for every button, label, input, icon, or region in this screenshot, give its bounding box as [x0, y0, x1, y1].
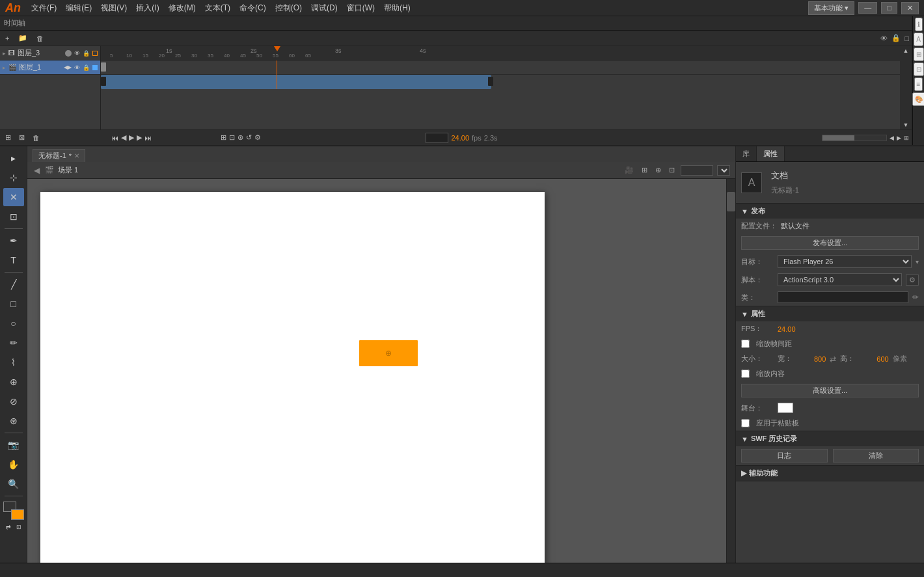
minimize-btn[interactable]: — — [858, 2, 877, 14]
menu-control[interactable]: 控制(O) — [271, 1, 306, 15]
zoom-in-btn[interactable]: ▶ — [897, 135, 901, 141]
stage-camera-btn[interactable]: 🎥 — [623, 165, 636, 175]
scale-content-checkbox[interactable] — [741, 369, 750, 378]
stage-snap-btn[interactable]: ⊞ — [640, 165, 649, 175]
camera-tool[interactable]: 📷 — [3, 436, 24, 454]
loop-btn[interactable]: ↺ — [246, 133, 252, 142]
fit-timeline-btn[interactable]: ⊞ — [904, 135, 909, 141]
close-btn[interactable]: ✕ — [901, 2, 919, 14]
menu-window[interactable]: 窗口(W) — [343, 1, 379, 15]
timeline-scroll-down[interactable]: ▼ — [901, 120, 912, 129]
tween-add-btn[interactable]: ⊞ — [3, 132, 14, 143]
select-tool[interactable]: ▸ — [3, 149, 24, 167]
stage-vscroll[interactable] — [726, 179, 735, 563]
workspace-switcher[interactable]: 基本功能 ▾ — [808, 1, 854, 15]
zoom-out-btn[interactable]: ◀ — [890, 135, 894, 141]
play-next-btn[interactable]: ▶ — [137, 133, 142, 142]
align-icon-btn[interactable]: ≡ — [914, 77, 923, 91]
pencil-tool[interactable]: ✏ — [3, 334, 24, 352]
swap-colors-btn[interactable]: ⇄ — [4, 522, 13, 531]
scale-frames-checkbox[interactable] — [741, 340, 750, 348]
advanced-settings-btn[interactable]: 高级设置... — [741, 384, 919, 397]
play-prev-btn[interactable]: ◀ — [121, 133, 126, 142]
stage-color-swatch[interactable] — [778, 403, 793, 413]
play-last-btn[interactable]: ⏭ — [144, 134, 152, 142]
target-dropdown[interactable]: Flash Player 26 — [778, 255, 912, 268]
subselect-tool[interactable]: ⊹ — [3, 168, 24, 187]
zoom-select[interactable]: ▾ — [717, 165, 730, 176]
default-colors-btn[interactable]: ⊡ — [14, 522, 23, 531]
layer-row-1[interactable]: ▸ 🎬 图层_1 ◀▶ 👁 🔒 — [0, 60, 100, 75]
grid-icon-btn[interactable]: ⊞ — [914, 47, 924, 61]
new-folder-btn[interactable]: 📁 — [16, 33, 30, 44]
menu-insert[interactable]: 插入(I) — [132, 1, 163, 15]
menu-command[interactable]: 命令(C) — [236, 1, 270, 15]
eraser-tool[interactable]: ⊛ — [3, 412, 24, 430]
paint-bucket-tool[interactable]: ⊕ — [3, 373, 24, 391]
menu-modify[interactable]: 修改(M) — [165, 1, 200, 15]
menu-debug[interactable]: 调试(D) — [307, 1, 342, 15]
layer1-frames[interactable] — [101, 75, 900, 89]
frame-number-input[interactable]: 57 — [426, 133, 448, 143]
onion-skin-btn[interactable]: ⊞ — [221, 133, 226, 142]
layer3-frames[interactable] — [101, 60, 900, 75]
line-tool[interactable]: ╱ — [3, 275, 24, 293]
tab-library[interactable]: 库 — [736, 146, 757, 161]
delete-frame-btn[interactable]: 🗑 — [30, 133, 42, 143]
layer-row-3[interactable]: ▸ 🎞 图层_3 👁 🔒 — [0, 46, 100, 60]
stage-back-btn[interactable]: ◀ — [33, 165, 41, 176]
swap-size-icon[interactable]: ⇄ — [830, 355, 836, 364]
text-tool[interactable]: T — [3, 251, 24, 269]
fill-color-swatch[interactable] — [11, 509, 24, 520]
script-dropdown[interactable]: ActionScript 3.0 — [778, 273, 902, 286]
assist-section-header[interactable]: ▶ 辅助功能 — [736, 466, 924, 481]
stage-tab-untitled[interactable]: 无标题-1 * ✕ — [33, 149, 85, 162]
menu-text[interactable]: 文本(T) — [201, 1, 234, 15]
menu-help[interactable]: 帮助(H) — [380, 1, 414, 15]
clipboard-checkbox[interactable] — [741, 419, 750, 427]
stage-canvas[interactable]: ⊕ — [40, 192, 545, 563]
script-settings-btn[interactable]: ⚙ — [906, 275, 919, 286]
zoom-slider[interactable] — [822, 135, 887, 141]
settings-btn[interactable]: ⚙ — [254, 133, 261, 142]
play-first-btn[interactable]: ⏮ — [111, 134, 118, 142]
menu-view[interactable]: 视图(V) — [97, 1, 131, 15]
eyedropper-tool[interactable]: ⊘ — [3, 392, 24, 410]
zoom-tool[interactable]: 🔍 — [3, 475, 24, 493]
transform-icon-btn[interactable]: ⊡ — [914, 62, 924, 76]
tab-close-btn[interactable]: ✕ — [74, 152, 79, 159]
tab-properties[interactable]: 属性 — [757, 146, 785, 161]
maximize-btn[interactable]: □ — [881, 2, 897, 14]
class-edit-btn[interactable]: ✏ — [912, 293, 919, 302]
vscroll-thumb[interactable] — [727, 192, 735, 211]
stage-object-rect[interactable]: ⊕ — [359, 340, 418, 366]
publish-section-header[interactable]: ▼ 发布 — [736, 204, 924, 219]
delete-layer-btn[interactable]: 🗑 — [34, 33, 46, 44]
stage-canvas-area[interactable]: ⊕ — [27, 179, 726, 563]
hand-tool[interactable]: ✋ — [3, 455, 24, 474]
publish-settings-btn[interactable]: 发布设置... — [741, 236, 919, 250]
stage-center-btn[interactable]: ⊕ — [653, 165, 663, 175]
menu-file[interactable]: 文件(F) — [27, 1, 61, 15]
swf-clear-btn[interactable]: 清除 — [833, 449, 919, 463]
oval-tool[interactable]: ○ — [3, 314, 24, 332]
zoom-input[interactable]: 100% — [681, 165, 713, 176]
brush-tool[interactable]: ⌇ — [3, 353, 24, 371]
colorpicker-icon-btn[interactable]: 🎨 — [912, 92, 925, 106]
onion-skin-edit-btn[interactable]: ⊡ — [229, 133, 235, 142]
rect-tool[interactable]: □ — [3, 295, 24, 313]
lasso-tool[interactable]: ⊡ — [3, 208, 24, 226]
swf-section-header[interactable]: ▼ SWF 历史记录 — [736, 431, 924, 446]
attributes-section-header[interactable]: ▼ 属性 — [736, 306, 924, 321]
free-transform-tool[interactable]: ✕ — [3, 188, 24, 206]
frame-options-btn[interactable]: ⊛ — [238, 133, 243, 142]
new-layer-btn[interactable]: + — [3, 33, 12, 44]
swf-log-btn[interactable]: 日志 — [741, 449, 828, 463]
menu-edit[interactable]: 编辑(E) — [62, 1, 96, 15]
timeline-scroll-up[interactable]: ▲ — [901, 46, 912, 55]
class-input[interactable] — [778, 291, 908, 303]
info-icon-btn[interactable]: ℹ — [915, 18, 923, 31]
play-btn[interactable]: ▶ — [129, 133, 134, 142]
pen-tool[interactable]: ✒ — [3, 232, 24, 250]
stage-resize-btn[interactable]: ⊡ — [667, 165, 677, 175]
